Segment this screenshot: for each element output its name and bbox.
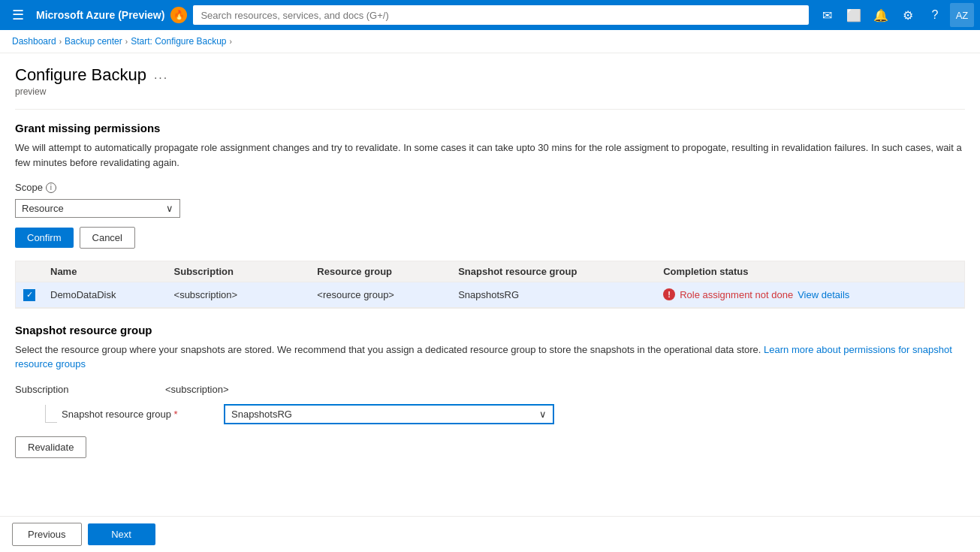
col-subscription: Subscription: [167, 261, 287, 282]
snapshot-rg-desc-text: Select the resource group where your sna…: [15, 344, 761, 355]
col-snapshot-rg: Snapshot resource group: [451, 261, 656, 282]
table-header-row: Name Subscription Resource group Snapsho…: [16, 261, 964, 282]
row-status: ! Role assignment not done View details: [656, 282, 964, 308]
search-input[interactable]: [193, 5, 809, 25]
subscription-form-group: Subscription <subscription>: [15, 384, 965, 395]
page-title-menu[interactable]: ...: [154, 68, 168, 82]
scope-row: Scope i: [15, 182, 965, 193]
col-status: Completion status: [656, 261, 964, 282]
row-resource-group: <resource group>: [309, 282, 451, 308]
col-resource-group: Resource group: [309, 261, 451, 282]
breadcrumb-sep-2: ›: [125, 38, 128, 46]
next-button[interactable]: Next: [88, 523, 155, 545]
scope-label-text: Scope: [15, 182, 43, 193]
tree-connector: [45, 405, 57, 423]
view-details-link[interactable]: View details: [798, 289, 849, 300]
grant-button-row: Confirm Cancel: [15, 227, 965, 249]
status-error: ! Role assignment not done View details: [663, 288, 957, 300]
snapshot-rg-form-group: Snapshot resource group SnapshotsRG ∨: [45, 404, 965, 424]
snapshot-rg-dropdown-value: SnapshotsRG: [231, 409, 292, 420]
bell-icon[interactable]: 🔔: [869, 3, 893, 27]
scope-label: Scope i: [15, 182, 56, 193]
row-checkbox[interactable]: ✓: [23, 289, 35, 301]
grant-section-description: We will attempt to automatically propaga…: [15, 140, 965, 170]
cancel-button[interactable]: Cancel: [80, 227, 135, 249]
revalidate-row: Revalidate: [15, 436, 965, 458]
row-extra: [287, 282, 310, 308]
directory-icon[interactable]: ⬜: [842, 3, 866, 27]
snapshot-rg-dropdown-chevron: ∨: [539, 409, 547, 420]
breadcrumb: Dashboard › Backup center › Start: Confi…: [0, 30, 980, 53]
main-content: Configure Backup ... preview Grant missi…: [0, 53, 980, 550]
breadcrumb-dashboard[interactable]: Dashboard: [12, 36, 56, 47]
row-checkbox-cell[interactable]: ✓: [16, 282, 43, 308]
topbar-icon-group: ✉ ⬜ 🔔 ⚙ ? AZ: [815, 3, 974, 27]
table-container: Name Subscription Resource group Snapsho…: [15, 261, 965, 309]
resources-table: Name Subscription Resource group Snapsho…: [16, 261, 964, 308]
col-extra: [287, 261, 310, 282]
row-name: DemoDataDisk: [43, 282, 167, 308]
hamburger-menu[interactable]: ☰: [6, 4, 30, 26]
page-subtitle: preview: [15, 86, 965, 97]
account-icon[interactable]: AZ: [950, 3, 974, 27]
tree-line: Snapshot resource group SnapshotsRG ∨: [45, 404, 965, 424]
subscription-value: <subscription>: [165, 384, 229, 395]
breadcrumb-sep-1: ›: [59, 38, 62, 46]
notification-badge[interactable]: 🔥: [170, 7, 187, 23]
row-snapshot-rg: SnapshotsRG: [451, 282, 656, 308]
bottom-nav: Previous Next: [0, 516, 980, 550]
revalidate-button[interactable]: Revalidate: [15, 436, 86, 458]
scope-dropdown-chevron: ∨: [166, 203, 173, 214]
topbar: ☰ Microsoft Azure (Preview) 🔥 ✉ ⬜ 🔔 ⚙ ? …: [0, 0, 980, 30]
breadcrumb-sep-3: ›: [230, 38, 232, 46]
help-icon[interactable]: ?: [923, 3, 947, 27]
subscription-label: Subscription: [15, 384, 165, 395]
breadcrumb-configure[interactable]: Start: Configure Backup: [131, 36, 226, 47]
status-text: Role assignment not done: [680, 289, 793, 300]
col-checkbox: [16, 261, 43, 282]
breadcrumb-backup-center[interactable]: Backup center: [65, 36, 122, 47]
grant-section-title: Grant missing permissions: [15, 122, 965, 134]
app-title: Microsoft Azure (Preview): [36, 9, 164, 21]
scope-dropdown-value: Resource: [22, 203, 64, 214]
confirm-button[interactable]: Confirm: [15, 228, 74, 248]
settings-icon[interactable]: ⚙: [896, 3, 920, 27]
previous-button[interactable]: Previous: [12, 523, 82, 546]
row-subscription: <subscription>: [167, 282, 287, 308]
scope-info-icon[interactable]: i: [46, 182, 56, 193]
page-title: Configure Backup: [15, 65, 146, 85]
col-name: Name: [43, 261, 167, 282]
snapshot-rg-label: Snapshot resource group: [62, 409, 212, 420]
mail-icon[interactable]: ✉: [815, 3, 839, 27]
page-title-row: Configure Backup ...: [15, 65, 965, 85]
title-divider: [15, 109, 965, 110]
snapshot-rg-title: Snapshot resource group: [15, 324, 965, 336]
scope-dropdown[interactable]: Resource ∨: [15, 199, 180, 218]
table-row: ✓ DemoDataDisk <subscription> <resource …: [16, 282, 964, 308]
snapshot-rg-description: Select the resource group where your sna…: [15, 342, 965, 372]
snapshot-rg-section: Snapshot resource group Select the resou…: [15, 324, 965, 458]
snapshot-rg-dropdown[interactable]: SnapshotsRG ∨: [224, 404, 554, 424]
error-icon: !: [663, 288, 675, 300]
